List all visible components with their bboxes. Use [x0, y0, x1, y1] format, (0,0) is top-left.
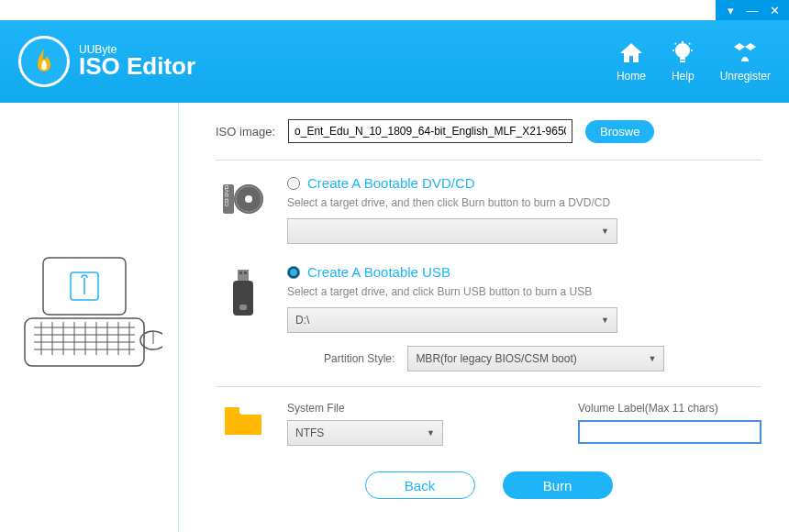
svg-text:CD DVD: CD DVD [224, 184, 229, 206]
home-icon [618, 40, 644, 66]
usb-hint: Select a target drive, and click Burn US… [287, 285, 761, 298]
nav-help[interactable]: Help [672, 40, 695, 83]
chevron-down-icon: ▼ [427, 428, 435, 438]
nav-unregister[interactable]: Unregister [720, 40, 771, 83]
close-icon[interactable]: ✕ [763, 0, 785, 20]
nav-home-label: Home [617, 70, 646, 83]
iso-path-input[interactable] [288, 119, 572, 143]
titlebar: ▾ — ✕ [0, 0, 789, 20]
chevron-down-icon: ▼ [601, 316, 609, 325]
chevron-down-icon: ▼ [648, 354, 656, 363]
usb-icon [216, 264, 271, 371]
dvd-radio[interactable] [287, 177, 300, 190]
dvd-hint: Select a target drive, and then click Bu… [287, 196, 761, 209]
flame-icon [18, 36, 70, 87]
dvd-drive-select[interactable]: ▼ [287, 218, 617, 244]
minimize-icon[interactable]: — [741, 0, 763, 20]
usb-title: Create A Bootable USB [307, 264, 450, 280]
laptop-illustration [16, 239, 162, 395]
heart-icon [732, 40, 758, 66]
sysfile-label: System File [287, 402, 443, 415]
sidebar [0, 103, 179, 532]
partition-select[interactable]: MBR(for legacy BIOS/CSM boot) ▼ [407, 346, 664, 371]
svg-rect-24 [238, 270, 249, 281]
chevron-down-icon: ▼ [601, 227, 609, 236]
volume-label: Volume Label(Max 11 chars) [578, 402, 761, 415]
browse-button[interactable]: Broswe [585, 120, 654, 143]
svg-rect-29 [225, 407, 239, 413]
nav-unregister-label: Unregister [720, 70, 771, 83]
usb-radio[interactable] [287, 266, 300, 279]
pin-icon[interactable]: ▾ [719, 0, 741, 20]
folder-icon [216, 402, 271, 437]
logo: UUByte ISO Editor [18, 36, 195, 87]
svg-rect-25 [239, 272, 242, 274]
bulb-icon [672, 40, 693, 66]
sysfile-select[interactable]: NTFS ▼ [287, 420, 443, 446]
usb-drive-value: D:\ [295, 314, 309, 327]
partition-value: MBR(for legacy BIOS/CSM boot) [416, 352, 576, 365]
svg-rect-28 [239, 305, 247, 310]
brand-big: ISO Editor [79, 52, 195, 81]
main-panel: ISO image: Broswe CD DVD Create A Bootab… [179, 103, 789, 532]
svg-rect-26 [244, 272, 247, 274]
dvd-title: Create A Bootable DVD/CD [307, 175, 475, 191]
sysfile-value: NTFS [295, 427, 324, 439]
iso-label: ISO image: [216, 125, 275, 139]
burn-button[interactable]: Burn [503, 471, 613, 499]
usb-drive-select[interactable]: D:\ ▼ [287, 307, 617, 333]
svg-point-0 [676, 44, 689, 57]
dvd-icon: CD DVD [216, 175, 271, 244]
back-button[interactable]: Back [365, 471, 475, 499]
nav-help-label: Help [672, 70, 695, 83]
volume-input[interactable] [578, 420, 761, 444]
svg-rect-27 [233, 281, 253, 316]
svg-point-23 [245, 195, 252, 203]
partition-label: Partition Style: [324, 352, 394, 365]
header: UUByte ISO Editor Home Help Unregister [0, 20, 789, 103]
nav-home[interactable]: Home [617, 40, 646, 83]
